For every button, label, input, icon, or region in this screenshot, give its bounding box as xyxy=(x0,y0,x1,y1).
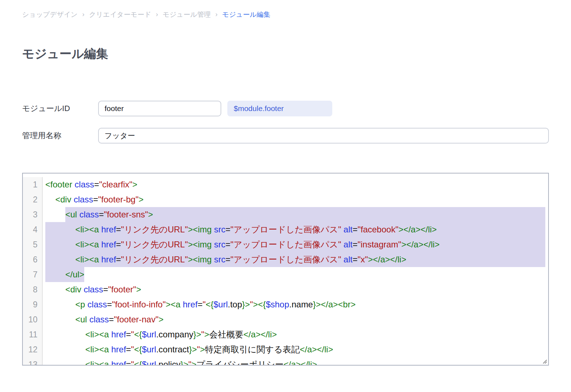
admin-name-input[interactable] xyxy=(98,128,549,144)
module-form: モジュールID $module.footer 管理用名称 xyxy=(22,101,549,144)
line-number: 10 xyxy=(23,312,42,327)
code-line: 10<ul class="footer-nav"> xyxy=(23,312,548,327)
code-line: 1<footer class="clearfix"> xyxy=(23,177,548,192)
line-number: 5 xyxy=(23,237,42,252)
module-id-row: モジュールID $module.footer xyxy=(22,101,549,116)
line-number: 11 xyxy=(23,327,42,342)
breadcrumb-item[interactable]: クリエイターモード xyxy=(89,10,151,19)
code-editor[interactable]: 1<footer class="clearfix">2<div class="f… xyxy=(22,173,549,366)
code-line: 2<div class="footer-bg"> xyxy=(23,192,548,207)
line-number: 2 xyxy=(23,192,42,207)
page-title: モジュール編集 xyxy=(22,46,549,61)
module-id-label: モジュールID xyxy=(22,103,98,114)
line-number: 12 xyxy=(23,342,42,357)
module-variable-badge: $module.footer xyxy=(227,101,332,116)
breadcrumb-item[interactable]: モジュール編集 xyxy=(222,10,270,19)
line-number: 9 xyxy=(23,297,42,312)
code-line: 11<li><a href="<{$url.company}>">会社概要</a… xyxy=(23,327,548,342)
line-number: 3 xyxy=(23,207,42,222)
line-number: 8 xyxy=(23,282,42,297)
breadcrumb-item[interactable]: ショップデザイン xyxy=(22,10,78,19)
code-line: 12<li><a href="<{$url.contract}>">特定商取引に… xyxy=(23,342,548,357)
module-id-input[interactable] xyxy=(98,101,221,116)
code-line: 4<li><a href="リンク先のURL"><img src="アップロード… xyxy=(23,222,548,237)
code-lines: 1<footer class="clearfix">2<div class="f… xyxy=(23,174,548,366)
breadcrumb-separator: › xyxy=(215,11,217,19)
admin-name-row: 管理用名称 xyxy=(22,128,549,144)
line-number: 13 xyxy=(23,357,42,366)
line-number: 1 xyxy=(23,177,42,192)
code-line: 6<li><a href="リンク先のURL"><img src="アップロード… xyxy=(23,252,548,267)
code-line: 3<ul class="footer-sns"> xyxy=(23,207,548,222)
code-line: 7</ul> xyxy=(23,267,548,282)
resize-handle-icon[interactable] xyxy=(542,359,547,364)
code-line: 5<li><a href="リンク先のURL"><img src="アップロード… xyxy=(23,237,548,252)
breadcrumb-separator: › xyxy=(82,11,85,19)
line-number: 4 xyxy=(23,222,42,237)
admin-name-label: 管理用名称 xyxy=(22,130,98,141)
line-number: 6 xyxy=(23,252,42,267)
code-line: 9<p class="foot-info-info"><a href="<{$u… xyxy=(23,297,548,312)
page-container: ショップデザイン›クリエイターモード›モジュール管理›モジュール編集 モジュール… xyxy=(0,0,571,366)
breadcrumb-separator: › xyxy=(156,11,158,19)
code-line: 13<li><a href="<{$url.policy}>">プライバシーポリ… xyxy=(23,357,548,366)
code-line: 8<div class="footer"> xyxy=(23,282,548,297)
breadcrumb: ショップデザイン›クリエイターモード›モジュール管理›モジュール編集 xyxy=(22,0,549,19)
breadcrumb-item[interactable]: モジュール管理 xyxy=(163,10,211,19)
line-number: 7 xyxy=(23,267,42,282)
